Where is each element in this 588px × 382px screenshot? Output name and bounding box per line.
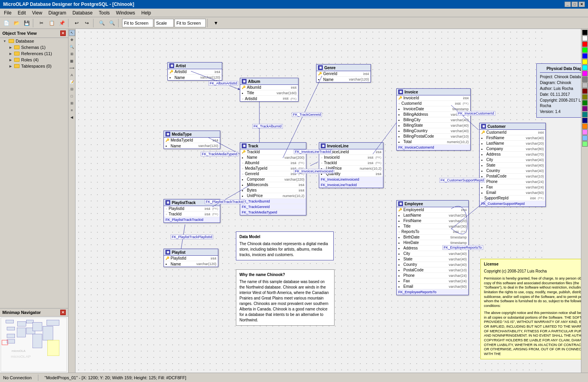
zoom-out-button[interactable]: 🔍 [107, 18, 117, 28]
note-tool[interactable]: 📝 [69, 79, 75, 85]
table-track-header[interactable]: ▦ Track [240, 143, 306, 149]
svg-rect-5 [17, 328, 26, 337]
field-customer-supportrepid: ⬦ SupportRepId int4 (FK) [480, 195, 545, 201]
scale-label[interactable]: Scale [154, 19, 174, 27]
field-employee-birthdate: ▪ BirthDate timestamp [397, 235, 468, 240]
pk-icon: 🔑 [481, 131, 485, 134]
table-album-header[interactable]: ▦ Album [240, 78, 298, 85]
link-tool[interactable]: ⟿ [69, 65, 75, 71]
table-employee-header[interactable]: ▦ Employee [397, 201, 468, 207]
color-lightblue[interactable] [582, 135, 588, 141]
undo-button[interactable]: ↩ [72, 18, 81, 28]
table-playlist[interactable]: ▦ Playlist 🔑 PlaylistId int4 ▪ Name varc… [164, 249, 218, 267]
copy-button[interactable]: 📋 [47, 18, 56, 28]
color-maroon[interactable] [582, 88, 588, 94]
tree-references[interactable]: ▶ References (11) [0, 50, 68, 57]
menu-help[interactable]: Help [138, 9, 154, 16]
menu-diagram[interactable]: Diagram [45, 9, 69, 16]
color-red[interactable] [582, 41, 588, 47]
collapse-tool[interactable]: ◀ [69, 114, 75, 120]
color-orange[interactable] [582, 124, 588, 129]
fit-to-screen-label-2[interactable]: Fit to Screen [174, 19, 206, 27]
color-black[interactable] [582, 30, 588, 35]
cut-button[interactable]: ✂ [37, 18, 46, 28]
table-invoiceline-header[interactable]: ▦ InvoiceLine [319, 143, 383, 149]
svg-rect-4 [7, 327, 15, 330]
line-tool[interactable]: ⊟ [69, 86, 75, 92]
tree-schemas[interactable]: ▶ Schemas (1) [0, 44, 68, 50]
paste-button[interactable]: 📌 [57, 18, 67, 28]
menu-windows[interactable]: Windows [113, 9, 138, 16]
table-invoice-header[interactable]: ▦ Invoice [397, 89, 470, 95]
open-button[interactable]: 📂 [12, 18, 21, 28]
text-tool[interactable]: A [69, 72, 75, 78]
fk-label-invoiceline-invoice: FK_InvoiceLineInvoiceId [294, 169, 334, 174]
menu-edit[interactable]: Edit [14, 9, 29, 16]
separator-4 [118, 19, 120, 27]
color-lime[interactable] [582, 47, 588, 53]
grid-tool[interactable]: ⊞ [69, 100, 75, 106]
minimap-close[interactable]: ✕ [60, 310, 66, 315]
restore-button[interactable]: □ [572, 2, 578, 7]
object-tree-close[interactable]: ✕ [60, 30, 66, 36]
zoom-tool[interactable]: 🔍 [69, 44, 75, 50]
rect-tool[interactable]: □ [69, 93, 75, 99]
field-customer-postalcode: ▪ PostalCode varchar(10) [480, 174, 545, 179]
tree-tablespaces[interactable]: ▶ Tablespaces (0) [0, 63, 68, 69]
color-gray[interactable] [582, 77, 588, 82]
table-genre[interactable]: ▦ Genre 🔑 GenreId int4 ▪ Name varchar(12… [316, 64, 371, 82]
redo-button[interactable]: ↪ [82, 18, 92, 28]
field-bullet: ▪ [398, 118, 402, 122]
color-white[interactable] [582, 36, 588, 41]
menu-file[interactable]: File [1, 9, 14, 16]
fk-icon: ⬦ [242, 172, 244, 176]
table-artist[interactable]: ▦ Artist 🔑 ArtistId int4 ▪ Name varchar(… [167, 62, 222, 81]
color-silver[interactable] [582, 82, 588, 88]
toolbar-more[interactable]: ▼ [211, 18, 221, 28]
color-green[interactable] [582, 100, 588, 106]
table-artist-header[interactable]: ▦ Artist [168, 63, 222, 69]
expand-tool[interactable]: ⊞ [69, 51, 75, 57]
folder-icon-tablespaces [14, 64, 20, 68]
field-invoice-total: ▪ Total numeric(10,2) [397, 139, 470, 145]
close-button[interactable]: ✕ [579, 2, 585, 7]
table-mediatype-name: MediaType [172, 132, 192, 136]
new-button[interactable]: 📄 [2, 18, 11, 28]
pan-tool[interactable]: ✥ [69, 37, 75, 43]
color-purple[interactable] [582, 106, 588, 111]
table-customer-header[interactable]: ▦ Customer [480, 123, 545, 130]
color-blue[interactable] [582, 53, 588, 59]
canvas-area[interactable]: FK_AlbumArtistId FK_TrackAlbumId FK_Trac… [76, 29, 581, 373]
menu-tools[interactable]: Tools [96, 9, 113, 16]
color-pink[interactable] [582, 129, 588, 135]
table-customer[interactable]: ▦ Customer 🔑 CustomerId int4 ▪ FirstName… [479, 123, 546, 207]
fk-track-albumid-row: FK_TrackAlbumId [240, 199, 306, 204]
window-controls[interactable]: _ □ ✕ [565, 2, 585, 7]
zoom-in-button[interactable]: 🔍 [97, 18, 106, 28]
color-teal[interactable] [582, 112, 588, 117]
color-navy[interactable] [582, 118, 588, 123]
table-tool[interactable]: ▦ [69, 58, 75, 64]
fit-to-screen-label-1[interactable]: Fit to Screen [122, 19, 153, 27]
color-yellow[interactable] [582, 59, 588, 65]
tree-roles[interactable]: ▶ Roles (4) [0, 57, 68, 63]
field-genre-name: ▪ Name varchar(120) [316, 77, 370, 82]
align-tool[interactable]: ≡ [69, 107, 75, 113]
color-lightgreen[interactable] [582, 141, 588, 147]
table-playlist-header[interactable]: ▦ Playlist [164, 249, 218, 256]
color-cyan[interactable] [582, 65, 588, 70]
tree-database[interactable]: ▼ Database [0, 38, 68, 44]
table-invoice[interactable]: ▦ Invoice 🔑 InvoiceId int4 ⬦ CustomerId … [396, 88, 471, 151]
minimize-button[interactable]: _ [565, 2, 571, 7]
table-album[interactable]: ▦ Album 🔑 AlbumId int4 ▪ Title varchar(1… [240, 78, 298, 102]
table-mediatype[interactable]: ▦ MediaType 🔑 MediaTypeId int4 ▪ Name va… [164, 131, 220, 149]
table-mediatype-header[interactable]: ▦ MediaType [164, 131, 220, 138]
menu-view[interactable]: View [29, 9, 45, 16]
color-magenta[interactable] [582, 71, 588, 76]
select-tool[interactable]: ↖ [69, 30, 75, 36]
color-olive[interactable] [582, 94, 588, 100]
physical-project: Project: Chinook Database [540, 74, 581, 80]
save-button[interactable]: 💾 [22, 18, 31, 28]
menu-database[interactable]: Database [69, 9, 95, 16]
table-genre-header[interactable]: ▦ Genre [316, 65, 370, 71]
